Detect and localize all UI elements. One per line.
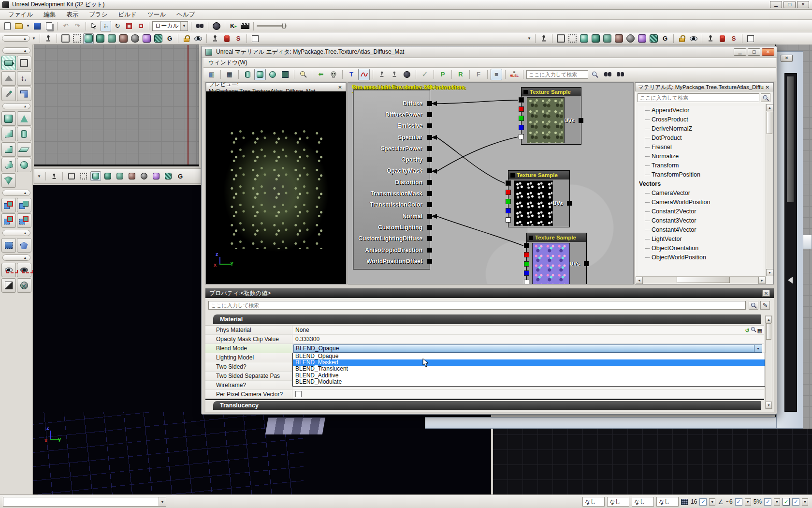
kismet-icon[interactable]: K▸ (228, 21, 239, 31)
geometry-mode-icon[interactable] (17, 56, 31, 70)
menu-file[interactable]: ファイル (3, 10, 38, 20)
zoom-checkbox[interactable]: ✓ (764, 498, 771, 506)
tex-pin-uvs[interactable] (579, 118, 583, 123)
minimize-button[interactable]: ▁ (770, 1, 782, 8)
autosave-dropdown-icon[interactable]: ▼ (802, 498, 808, 506)
expression-item[interactable]: Normalize (645, 152, 763, 161)
property-row-phys-material[interactable]: Phys Material None ↺ ▦ (205, 326, 764, 335)
preview-mesh-icon[interactable] (297, 69, 309, 80)
translate-tool-icon[interactable]: ↔↔ (101, 21, 111, 31)
propagate-to-parameter-icon[interactable]: P (437, 69, 449, 80)
realtime-preview-icon[interactable] (376, 69, 388, 80)
always-refresh-icon[interactable] (401, 69, 413, 80)
texture-sample-node-mask[interactable]: Texture Sample UVs (508, 170, 570, 227)
vp-lightcomplexity-icon[interactable] (151, 171, 161, 181)
view-detail-icon[interactable] (106, 33, 117, 44)
rotate-tool-icon[interactable]: ↻ (112, 21, 123, 31)
csg-section-pill[interactable]: ▲ (2, 190, 30, 196)
view-unlit-icon[interactable] (83, 33, 94, 44)
joystick2-icon[interactable] (538, 33, 549, 44)
vp-wireframe-icon[interactable] (66, 171, 77, 181)
status-dropdown[interactable]: ▼ (3, 497, 166, 507)
redo-icon[interactable]: ↷ (72, 21, 83, 31)
sheet-brush-icon[interactable] (17, 142, 31, 157)
view2-brushwire-icon[interactable] (567, 33, 578, 44)
pin-transmissioncolor[interactable] (427, 202, 432, 207)
tex-pin-a[interactable] (519, 134, 524, 139)
node-output-pin[interactable] (529, 236, 533, 240)
csg-subtract-icon[interactable] (17, 198, 31, 212)
expression-item[interactable]: TransformPosition (645, 170, 763, 179)
expression-item[interactable]: CameraVector (645, 189, 763, 198)
vp-maximize-icon[interactable]: ▼ (36, 171, 42, 181)
menu-build[interactable]: ビルド (113, 10, 142, 20)
cylinder-brush-icon[interactable] (17, 127, 31, 141)
menu-edit[interactable]: 編集 (38, 10, 61, 20)
dropdown-option[interactable]: BLEND_Translucent (293, 366, 765, 372)
pin-anisotropicdirection[interactable] (427, 248, 432, 253)
view-lightingonly-icon[interactable] (118, 33, 129, 44)
pin-normal[interactable] (427, 214, 432, 219)
collapse-arrow-icon[interactable] (788, 277, 793, 284)
status-field-2[interactable]: なし (607, 497, 629, 507)
scene-mesh[interactable] (265, 417, 325, 434)
pin-specular[interactable] (427, 135, 432, 140)
toggle-grid-icon[interactable]: ▦ (224, 69, 235, 80)
flatten-icon[interactable]: F (473, 69, 484, 80)
slider-handle[interactable] (282, 23, 286, 29)
zoom-dropdown-icon[interactable]: ▼ (774, 498, 780, 506)
dropdown-option[interactable]: BLEND_Modulate (293, 379, 765, 385)
dropdown-option[interactable]: BLEND_Additive (293, 373, 765, 379)
clear-asset-icon[interactable]: ▦ (757, 326, 762, 335)
stats-icon[interactable]: ≡ (491, 69, 502, 80)
preview-sphere-icon[interactable] (267, 69, 278, 80)
open-file-icon[interactable] (14, 21, 24, 31)
tex-pin-b[interactable] (506, 208, 511, 213)
view-shadercomplexity-icon[interactable] (130, 33, 140, 44)
expression-item[interactable]: Transform (645, 161, 763, 170)
expression-item[interactable]: LightVector (645, 235, 763, 244)
grid-snap-dropdown-icon[interactable]: ▼ (709, 498, 715, 506)
editor-search-input[interactable] (526, 70, 588, 79)
volume-slider[interactable] (257, 25, 287, 27)
freeform-brush-icon[interactable] (17, 238, 31, 253)
content-browser-icon[interactable] (211, 21, 222, 31)
terrain-mode-icon[interactable] (1, 71, 16, 86)
view2-lightingonly-icon[interactable] (613, 33, 624, 44)
joystick-icon[interactable] (43, 33, 54, 44)
tex-pin-r[interactable] (524, 252, 529, 257)
coord-space-select[interactable]: ローカル▼ (152, 21, 188, 31)
editor-search-icon[interactable] (589, 69, 601, 80)
undo-icon[interactable]: ↶ (60, 21, 71, 31)
autosave-checkbox[interactable]: ✓ (792, 498, 799, 506)
pin-customlightingdiffuse[interactable] (427, 236, 432, 241)
toolbar-collapse-pill[interactable]: ▲ (2, 35, 30, 42)
hide-selected-icon[interactable] (17, 263, 31, 277)
texture-sample-node-diffuse[interactable]: Texture Sample UVs (521, 87, 581, 145)
tex-pin-rgb[interactable] (519, 97, 524, 103)
cone-brush-icon[interactable] (17, 111, 31, 126)
expressions-horizontal-scrollbar[interactable]: ◄ ► (636, 276, 766, 284)
per-pixel-camera-vector-checkbox[interactable] (295, 391, 302, 397)
visibility-section-pill[interactable]: ▲ (2, 254, 30, 261)
node-output-pin[interactable] (523, 90, 528, 94)
play2-device-icon[interactable] (717, 33, 727, 44)
tex-pin-b[interactable] (524, 270, 529, 276)
preview-viewport[interactable]: z Y x (206, 91, 346, 284)
properties-search-icon[interactable] (749, 301, 758, 310)
menu-window[interactable]: ウィンドウ(W) (203, 59, 252, 67)
sphere-brush-icon[interactable] (17, 158, 31, 172)
preview-close-icon[interactable]: ✕ (337, 84, 343, 90)
section-material[interactable]: Material (213, 314, 761, 324)
save-all-icon[interactable] (44, 21, 54, 31)
find-next-icon[interactable] (602, 69, 613, 80)
view2-unlit-icon[interactable] (579, 33, 589, 44)
csg-add-icon[interactable] (1, 198, 16, 212)
preview-header[interactable]: プレビュー: MyPackage.Tree.TextureAtlas_Diffu… (206, 83, 346, 91)
new-file-icon[interactable] (2, 21, 13, 31)
status-field-3[interactable]: なし (632, 497, 654, 507)
play-in-viewport-icon[interactable] (210, 33, 220, 44)
view2-lit-icon[interactable] (590, 33, 601, 44)
brush-primitives-pill[interactable]: ▲ (2, 103, 30, 109)
play-on-device-icon[interactable] (221, 33, 232, 44)
